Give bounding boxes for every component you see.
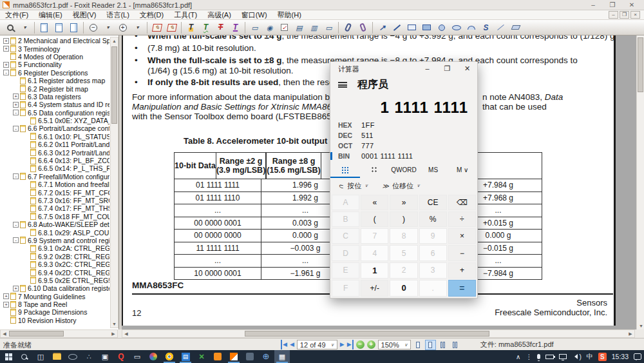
page-fit-width-icon[interactable] bbox=[52, 21, 66, 34]
page-fit-page-icon[interactable] bbox=[66, 21, 81, 34]
notification-center-icon[interactable] bbox=[634, 353, 641, 360]
expander-icon[interactable] bbox=[13, 222, 19, 228]
app-pinwheel-icon[interactable] bbox=[146, 350, 161, 363]
checkbox-field-icon[interactable]: ✓ bbox=[277, 21, 292, 34]
zoom-caret-icon[interactable]: ▾ bbox=[17, 21, 32, 34]
calculator-key[interactable]: 9 bbox=[419, 228, 447, 244]
pencil-tool-icon[interactable]: ✎ bbox=[164, 21, 179, 34]
bookmark-item[interactable]: 6.6.5 0x14: P_L_THS_REG bbox=[1, 164, 109, 172]
calculator-key[interactable]: . bbox=[419, 280, 447, 297]
last-page-button[interactable]: ▶ bbox=[347, 340, 354, 349]
line-tool-icon[interactable] bbox=[390, 21, 404, 34]
scrollbar-thumb[interactable] bbox=[9, 331, 64, 337]
polyline-tool-icon[interactable] bbox=[493, 21, 508, 34]
ime-language-indicator[interactable]: 中 bbox=[587, 352, 593, 361]
bookmark-item[interactable]: 6.5 Data configuration registe bbox=[1, 109, 109, 117]
ellipse-tool-icon[interactable] bbox=[449, 21, 464, 34]
textfield-icon[interactable]: ▭ bbox=[321, 21, 336, 34]
menu-item[interactable]: 文件(F) bbox=[0, 10, 33, 20]
bookmark-item[interactable]: 6.6.4 0x13: PL_BF_ZCOMP bbox=[1, 157, 109, 164]
expander-icon[interactable] bbox=[13, 93, 19, 99]
calc-minimize-button[interactable]: – bbox=[417, 62, 437, 76]
calculator-key[interactable]: ⌫ bbox=[448, 195, 476, 210]
expander-icon[interactable] bbox=[23, 133, 29, 139]
calculator-key[interactable]: × bbox=[448, 228, 476, 244]
menu-item[interactable]: 视图(V) bbox=[68, 10, 102, 20]
tray-device-icon[interactable]: ⋮ bbox=[526, 353, 532, 360]
single-page-layout-button[interactable] bbox=[413, 340, 423, 349]
expander-icon[interactable] bbox=[13, 126, 19, 132]
page-number-field[interactable]: 12 of 49 ∨ bbox=[297, 340, 337, 349]
calculator-key[interactable]: +/- bbox=[361, 280, 388, 297]
app-tools-icon[interactable]: ✕ bbox=[194, 350, 209, 363]
memory-menu-button[interactable]: M ∨ bbox=[448, 161, 477, 178]
bookmark-item[interactable]: 6.9.5 0x2E CTRL_REG5 In bbox=[1, 277, 109, 284]
separator[interactable] bbox=[81, 21, 86, 34]
chrome-icon[interactable] bbox=[162, 350, 177, 363]
calculator-key[interactable]: 1 bbox=[361, 262, 388, 279]
calculator-key[interactable]: ÷ bbox=[448, 211, 476, 227]
calculator-key[interactable]: B bbox=[332, 211, 359, 227]
bookmark-item[interactable]: 6.4 System status and ID regi bbox=[1, 101, 109, 108]
bookmark-item[interactable]: 6.5.1 0x0E: XYZ_DATA_C bbox=[1, 117, 109, 124]
menu-item[interactable]: 文档(D) bbox=[135, 10, 169, 20]
calculator-key[interactable]: 7 bbox=[361, 228, 388, 244]
bookmark-item[interactable]: 6.8 Auto-WAKE/SLEEP detec bbox=[1, 221, 109, 228]
memory-store-button[interactable]: MS bbox=[419, 161, 448, 178]
app-box-icon[interactable] bbox=[210, 350, 225, 363]
mdi-restore-button[interactable]: ❐ bbox=[620, 11, 629, 19]
expander-icon[interactable] bbox=[3, 309, 9, 315]
scrollbar-thumb[interactable] bbox=[111, 46, 117, 124]
bookmark-item[interactable]: 6.7 Freefall/Motion configurati bbox=[1, 173, 109, 181]
bookmark-item[interactable]: 6.9.2 0x2B: CTRL_REG2 S bbox=[1, 253, 109, 260]
calculator-key[interactable]: + bbox=[448, 262, 476, 279]
expander-icon[interactable] bbox=[13, 78, 19, 84]
radio-field-icon[interactable]: ◉ bbox=[262, 21, 277, 34]
scrollbar-thumb[interactable] bbox=[245, 331, 489, 337]
search-icon[interactable] bbox=[17, 350, 32, 363]
scroll-right-icon[interactable]: ▶ bbox=[109, 330, 117, 337]
listbox-field-icon[interactable]: ▤ bbox=[292, 21, 307, 34]
bookmark-item[interactable]: 5 Functionality bbox=[1, 61, 109, 68]
expander-icon[interactable] bbox=[3, 317, 9, 323]
zoom-in-orb-icon[interactable]: + bbox=[367, 340, 375, 349]
calculator-key[interactable]: 8 bbox=[390, 228, 417, 244]
calculator-key[interactable]: D bbox=[332, 245, 359, 260]
zoom-out-orb-icon[interactable]: − bbox=[356, 340, 365, 349]
app-screen-icon[interactable]: ▭ bbox=[129, 350, 145, 363]
separator[interactable] bbox=[145, 21, 149, 34]
previous-page-button[interactable]: ◀ bbox=[290, 340, 294, 349]
expander-icon[interactable] bbox=[23, 158, 29, 164]
note-tool-icon[interactable]: ✎ bbox=[149, 21, 164, 34]
pushbutton-field-icon[interactable]: ▭ bbox=[247, 21, 262, 34]
circle-tool-icon[interactable] bbox=[434, 21, 449, 34]
zoom-tool-icon[interactable] bbox=[3, 21, 17, 34]
bookmark-item[interactable]: 7 Mounting Guidelines bbox=[1, 293, 109, 300]
menu-item[interactable]: 编辑(E) bbox=[33, 10, 68, 20]
expander-icon[interactable] bbox=[3, 293, 9, 299]
expander-icon[interactable] bbox=[23, 262, 29, 268]
calculator-key[interactable]: A bbox=[332, 195, 359, 210]
close-button[interactable]: ✕ bbox=[622, 0, 641, 10]
next-page-button[interactable]: ▶ bbox=[340, 340, 345, 349]
attach-note-icon[interactable] bbox=[355, 21, 370, 34]
strikeout-tool-icon[interactable]: T bbox=[213, 21, 228, 34]
app-globe-icon[interactable]: ⊕ bbox=[258, 350, 274, 363]
zoom-in-icon[interactable]: + bbox=[115, 21, 130, 34]
scroll-left-icon[interactable]: ◀ bbox=[1, 330, 8, 337]
bookmark-item[interactable]: 6.9 System and control regist bbox=[1, 237, 109, 244]
calc-close-button[interactable]: ✕ bbox=[457, 62, 477, 76]
expander-icon[interactable] bbox=[13, 102, 19, 108]
start-button[interactable] bbox=[1, 350, 16, 363]
expander-icon[interactable] bbox=[23, 246, 29, 251]
facing-layout-button[interactable] bbox=[438, 340, 448, 349]
sidebar-scrollbar[interactable]: ▲ ▼ bbox=[110, 37, 118, 328]
calculator-key[interactable]: 3 bbox=[419, 262, 447, 279]
calculator-key[interactable]: 6 bbox=[419, 245, 447, 260]
calculator-key[interactable]: 2 bbox=[390, 262, 417, 279]
scroll-right-icon[interactable]: ▶ bbox=[627, 330, 634, 337]
calculator-key[interactable]: F bbox=[332, 280, 359, 297]
rectangle-tool-icon[interactable] bbox=[404, 21, 419, 34]
calculator-key[interactable]: % bbox=[419, 211, 447, 227]
separator[interactable] bbox=[32, 21, 37, 34]
